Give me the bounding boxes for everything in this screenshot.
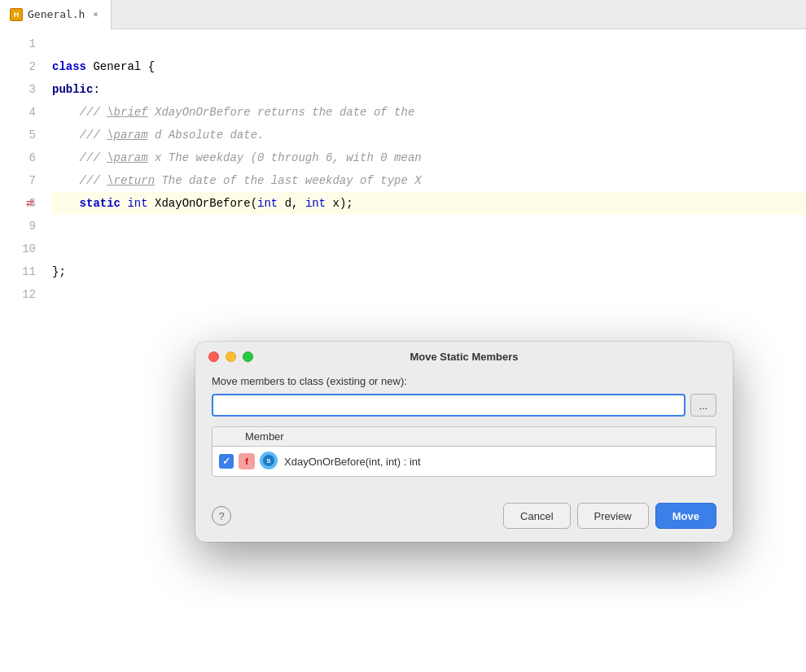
keyword-static: static bbox=[52, 192, 120, 215]
move-button[interactable]: Move bbox=[655, 503, 716, 529]
help-button[interactable]: ? bbox=[212, 506, 231, 526]
code-line-6: /// \param x The weekday (0 through 6, w… bbox=[52, 146, 806, 169]
dialog-title: Move Static Members bbox=[410, 351, 519, 363]
comment-6: /// \param x The weekday (0 through 6, w… bbox=[52, 146, 422, 169]
type-int-param1: int bbox=[257, 192, 278, 215]
doc-tag-brief: \brief bbox=[107, 106, 147, 119]
doc-tag-return: \return bbox=[107, 174, 155, 187]
static-method-icon: S bbox=[260, 452, 279, 471]
comment-4: /// \brief XdayOnOrBefore returns the da… bbox=[52, 101, 414, 124]
tab-close-button[interactable]: × bbox=[90, 9, 101, 20]
code-line-8: ⇄ static int XdayOnOrBefore(int d, int x… bbox=[52, 192, 806, 215]
code-line-3: public: bbox=[52, 78, 806, 101]
member-checkbox[interactable] bbox=[219, 454, 234, 469]
doc-tag-param1: \param bbox=[107, 129, 147, 142]
code-text: : bbox=[93, 78, 99, 101]
code-line-7: /// \return The date of the last weekday… bbox=[52, 169, 806, 192]
comment-5: /// \param d Absolute date. bbox=[52, 124, 264, 146]
code-line-5: /// \param d Absolute date. bbox=[52, 124, 806, 146]
line-num-7: 7 bbox=[0, 169, 36, 192]
browse-button[interactable]: ... bbox=[690, 394, 716, 417]
code-line-9 bbox=[52, 215, 806, 238]
line-num-4: 4 bbox=[0, 101, 36, 124]
line-num-9: 9 bbox=[0, 215, 36, 238]
input-row: ... bbox=[212, 394, 716, 417]
type-int-param2: int bbox=[305, 192, 326, 215]
traffic-lights bbox=[208, 351, 253, 362]
code-line-2: class General { bbox=[52, 55, 806, 78]
maximize-window-button[interactable] bbox=[243, 351, 253, 362]
file-icon: H bbox=[10, 8, 23, 21]
line-num-10: 10 bbox=[0, 238, 36, 260]
code-text-11: }; bbox=[52, 260, 66, 283]
member-signature: XdayOnOrBefore(int, int) : int bbox=[284, 456, 421, 468]
static-label: S bbox=[266, 457, 270, 465]
static-inner-circle: S bbox=[263, 455, 274, 466]
cancel-button[interactable]: Cancel bbox=[503, 503, 570, 529]
code-line-4: /// \brief XdayOnOrBefore returns the da… bbox=[52, 101, 806, 124]
preview-button[interactable]: Preview bbox=[577, 503, 649, 529]
line-num-5: 5 bbox=[0, 124, 36, 146]
close-window-button[interactable] bbox=[208, 351, 219, 362]
move-static-members-dialog: Move Static Members Move members to clas… bbox=[195, 342, 733, 542]
code-line-11: }; bbox=[52, 260, 806, 283]
code-text: General { bbox=[86, 55, 155, 78]
type-int: int bbox=[120, 192, 148, 215]
tab-bar: H General.h × bbox=[0, 0, 806, 29]
line-numbers: 1 2 3 4 5 6 7 8 9 10 11 12 bbox=[0, 33, 49, 306]
tab-filename: General.h bbox=[28, 8, 85, 20]
dialog-footer: ? Cancel Preview Move bbox=[195, 503, 733, 542]
editor-tab[interactable]: H General.h × bbox=[0, 0, 112, 29]
line-num-12: 12 bbox=[0, 283, 36, 306]
line-num-3: 3 bbox=[0, 78, 36, 101]
code-text-8: XdayOnOrBefore( bbox=[148, 192, 257, 215]
line-num-6: 6 bbox=[0, 146, 36, 169]
dialog-titlebar: Move Static Members bbox=[195, 342, 733, 369]
minimize-window-button[interactable] bbox=[226, 351, 236, 362]
member-table: Member f S XdayOnOrBefore(int, int) : bbox=[212, 426, 716, 477]
table-row: f S XdayOnOrBefore(int, int) : int bbox=[212, 447, 716, 476]
line-num-1: 1 bbox=[0, 33, 36, 55]
dialog-body: Move members to class (existing or new):… bbox=[195, 369, 733, 503]
editor-container: H General.h × 1 2 3 4 5 6 7 8 9 10 11 12… bbox=[0, 0, 806, 672]
code-area: 1 2 3 4 5 6 7 8 9 10 11 12 class General… bbox=[0, 29, 806, 306]
code-text-8b: d, bbox=[278, 192, 305, 215]
line-num-2: 2 bbox=[0, 55, 36, 78]
dialog-field-label: Move members to class (existing or new): bbox=[212, 375, 716, 387]
code-lines: class General { public: /// \brief XdayO… bbox=[49, 33, 806, 306]
doc-tag-param2: \param bbox=[107, 151, 147, 164]
keyword-class: class bbox=[52, 55, 86, 78]
code-line-12 bbox=[52, 283, 806, 306]
gutter-arrow-icon: ⇄ bbox=[26, 192, 34, 215]
function-badge: f bbox=[239, 453, 255, 469]
code-line-1 bbox=[52, 33, 806, 55]
keyword-public: public bbox=[52, 78, 93, 101]
class-name-input[interactable] bbox=[212, 394, 686, 417]
line-num-11: 11 bbox=[0, 260, 36, 283]
code-text-8c: x); bbox=[326, 192, 353, 215]
member-table-header: Member bbox=[212, 427, 716, 447]
comment-7: /// \return The date of the last weekday… bbox=[52, 169, 422, 192]
code-line-10 bbox=[52, 238, 806, 260]
